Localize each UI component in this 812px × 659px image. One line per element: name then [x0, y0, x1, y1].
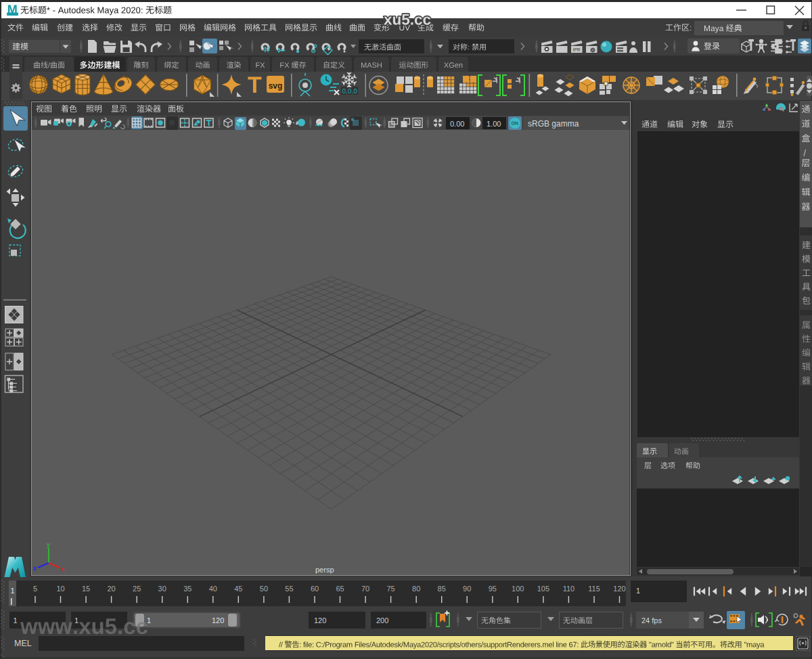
svg-text:100: 100: [512, 585, 524, 593]
svg-text:10: 10: [56, 585, 64, 593]
svg-text:70: 70: [361, 585, 369, 593]
svg-text:90: 90: [463, 585, 471, 593]
svg-text:80: 80: [412, 585, 420, 593]
svg-text:y: y: [47, 541, 51, 548]
svg-text:15: 15: [82, 585, 90, 593]
svg-text:5: 5: [33, 585, 37, 593]
svg-text:IPR: IPR: [573, 47, 581, 52]
svg-text:85: 85: [438, 585, 446, 593]
svg-text:z: z: [33, 564, 37, 572]
svg-text:25: 25: [133, 585, 141, 593]
svg-text:75: 75: [386, 585, 394, 593]
svg-text:105: 105: [537, 585, 549, 593]
svg-text:115: 115: [588, 585, 600, 593]
svg-text:40: 40: [209, 585, 217, 593]
svg-text:45: 45: [234, 585, 242, 593]
svg-text:50: 50: [260, 585, 268, 593]
svg-text:svg: svg: [269, 81, 283, 91]
svg-text:35: 35: [183, 585, 191, 593]
svg-text:110: 110: [563, 585, 575, 593]
svg-text:95: 95: [489, 585, 497, 593]
svg-text:20: 20: [107, 585, 115, 593]
svg-text:30: 30: [158, 585, 166, 593]
svg-text:55: 55: [285, 585, 293, 593]
svg-text:60: 60: [311, 585, 319, 593]
svg-text:120: 120: [613, 585, 625, 593]
svg-text:x: x: [61, 565, 65, 572]
svg-text:65: 65: [336, 585, 344, 593]
